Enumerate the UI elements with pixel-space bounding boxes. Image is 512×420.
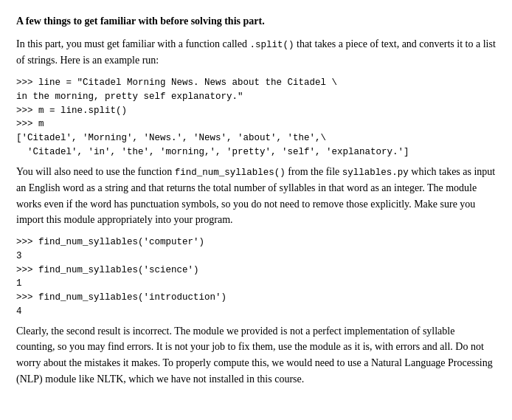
- code-line-7: >>> find_num_syllables('computer'): [16, 235, 496, 249]
- section-heading: A few things to get familiar with before…: [16, 13, 496, 29]
- split-function-inline: .split(): [249, 40, 294, 50]
- para2-text-2: from the file: [286, 166, 342, 177]
- intro-paragraph: In this part, you must get familiar with…: [16, 36, 496, 69]
- syllables-file: syllables.py: [342, 168, 409, 178]
- code-line-3: >>> m = line.split(): [16, 104, 496, 118]
- code-line-2: in the morning, pretty self explanatory.…: [16, 90, 496, 104]
- find-num-syllables-fn: find_num_syllables(): [175, 168, 286, 178]
- code-line-1: >>> line = "Citadel Morning News. News a…: [16, 76, 496, 90]
- paragraph-2: You will also need to use the function f…: [16, 164, 496, 228]
- code-line-6: 'Citadel', 'in', 'the', 'morning,', 'pre…: [16, 145, 496, 159]
- paragraph-3: Clearly, the second result is incorrect.…: [16, 323, 496, 388]
- code-line-12: 4: [16, 305, 496, 319]
- code-line-4: >>> m: [16, 117, 496, 131]
- code-line-10: 1: [16, 277, 496, 291]
- code-example-2: >>> find_num_syllables('computer') 3 >>>…: [16, 235, 496, 319]
- code-line-9: >>> find_num_syllables('science'): [16, 264, 496, 278]
- intro-text-1: In this part, you must get familiar with…: [16, 38, 249, 49]
- code-example-1: >>> line = "Citadel Morning News. News a…: [16, 76, 496, 159]
- code-line-8: 3: [16, 249, 496, 264]
- para2-text-1: You will also need to use the function: [16, 166, 175, 177]
- code-line-11: >>> find_num_syllables('introduction'): [16, 291, 496, 305]
- code-line-5: ['Citadel', 'Morning', 'News.', 'News', …: [16, 131, 496, 145]
